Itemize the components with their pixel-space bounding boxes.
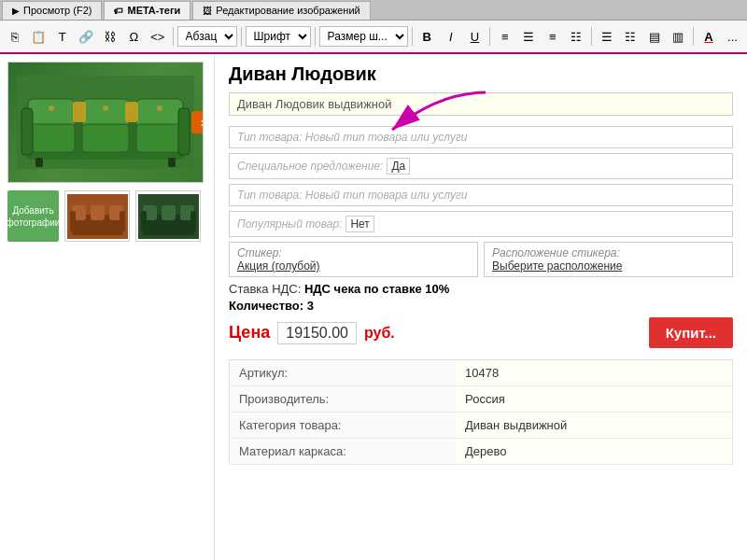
list4-btn[interactable]: ▥ — [668, 25, 690, 48]
attr-value[interactable]: 10478 — [456, 360, 732, 386]
sep4 — [412, 27, 413, 46]
main-product-image[interactable]: › — [7, 62, 204, 183]
buy-button[interactable]: Купит... — [649, 317, 733, 348]
bold-btn[interactable]: B — [416, 25, 439, 48]
svg-rect-5 — [28, 124, 75, 152]
sticker-value[interactable]: Акция (голубой) — [237, 259, 320, 273]
underline-btn[interactable]: U — [464, 25, 486, 48]
attr-value[interactable]: Диван выдвижной — [456, 413, 732, 439]
qty-value: 3 — [307, 299, 314, 313]
attributes-table: Артикул:10478Производитель:РоссияКатегор… — [229, 359, 733, 465]
special-offer-value[interactable]: Да — [387, 158, 410, 175]
size-select[interactable]: Размер ш... — [319, 26, 408, 47]
attr-label: Производитель: — [230, 386, 457, 413]
svg-rect-23 — [120, 211, 125, 231]
price-label: Цена — [229, 323, 270, 343]
vat-value: НДС чека по ставке 10% — [304, 282, 449, 296]
add-photo-button[interactable]: Добавить фотографии — [7, 190, 59, 242]
popular-value[interactable]: Нет — [345, 216, 374, 232]
svg-rect-27 — [162, 205, 176, 220]
sep2 — [241, 27, 242, 46]
table-row: Материал каркаса:Дерево — [230, 439, 733, 465]
attr-value[interactable]: Дерево — [456, 439, 732, 465]
align-center-btn[interactable]: ☰ — [518, 25, 541, 48]
sticker-pos-field[interactable]: Расположение стикера: Выберите расположе… — [484, 242, 733, 277]
main-area: › Добавить фотографии — [0, 54, 747, 560]
sticker-field[interactable]: Стикер: Акция (голубой) — [229, 242, 478, 277]
attr-label: Материал каркаса: — [230, 439, 457, 465]
special-offer-field: Специальное предложение: Да — [229, 153, 733, 179]
qty-label: Количество: — [229, 299, 303, 313]
nav-next-arrow[interactable]: › — [191, 111, 204, 133]
svg-rect-6 — [82, 124, 129, 152]
link2-btn[interactable]: ⛓ — [99, 25, 121, 48]
thumbnails-row: Добавить фотографии — [7, 190, 206, 242]
table-row: Артикул:10478 — [230, 360, 733, 386]
edit-images-icon: 🖼 — [203, 6, 212, 16]
svg-rect-29 — [141, 211, 147, 231]
svg-rect-9 — [178, 108, 190, 155]
more-btn[interactable]: ... — [722, 25, 744, 48]
sofa-green-svg — [17, 76, 194, 169]
color-btn[interactable]: A — [698, 25, 720, 48]
type-field-1: Тип товара: Новый тип товара или услуги — [229, 126, 733, 148]
list2-btn[interactable]: ☷ — [620, 25, 642, 48]
align-justify-btn[interactable]: ☷ — [566, 25, 588, 48]
popular-field: Популярный товар: Нет — [229, 211, 733, 237]
paste-btn[interactable]: 📋 — [28, 25, 50, 48]
attr-label: Категория товара: — [230, 413, 457, 439]
omega-btn[interactable]: Ω — [123, 25, 146, 48]
tab-bar: ▶ Просмотр (F2) 🏷 META-теги 🖼 Редактиров… — [0, 0, 747, 21]
link-btn[interactable]: 🔗 — [76, 25, 98, 48]
text-btn[interactable]: T — [51, 25, 74, 48]
tab-meta[interactable]: 🏷 META-теги — [104, 1, 190, 20]
table-row: Категория товара:Диван выдвижной — [230, 413, 733, 439]
thumb-sofa-dark-svg — [138, 194, 199, 239]
sep6 — [591, 27, 592, 46]
sticker-pos-value[interactable]: Выберите расположение — [492, 259, 622, 273]
align-right-btn[interactable]: ≡ — [542, 25, 564, 48]
code-btn[interactable]: <> — [147, 25, 169, 48]
right-panel: Диван Людовик Тип товара: Новый тип това… — [215, 54, 747, 560]
popular-input[interactable]: Популярный товар: Нет — [229, 211, 733, 237]
thumb-1[interactable] — [64, 190, 130, 242]
price-row: Цена 19150.00 руб. Купит... — [229, 317, 733, 348]
sticker-label: Стикер: — [237, 246, 470, 259]
price-value[interactable]: 19150.00 — [277, 322, 357, 344]
thumb-2[interactable] — [135, 190, 201, 242]
qty-row: Количество: 3 — [229, 299, 733, 313]
type-placeholder-2[interactable]: Тип товара: Новый тип товара или услуги — [229, 184, 733, 206]
italic-btn[interactable]: I — [440, 25, 462, 48]
type-field-2: Тип товара: Новый тип товара или услуги — [229, 184, 733, 206]
sep3 — [315, 27, 316, 46]
attr-value[interactable]: Россия — [456, 386, 732, 413]
svg-rect-13 — [125, 102, 138, 122]
vat-label: Ставка НДС: — [229, 282, 301, 296]
svg-rect-12 — [73, 102, 86, 122]
list-btn[interactable]: ☰ — [596, 25, 618, 48]
svg-point-15 — [103, 105, 108, 111]
toolbar: ⎘ 📋 T 🔗 ⛓ Ω <> Абзац Шрифт Размер ш... B… — [0, 21, 747, 54]
preview-icon: ▶ — [12, 6, 20, 16]
svg-point-14 — [49, 105, 54, 111]
meta-icon: 🏷 — [114, 6, 123, 16]
svg-point-16 — [157, 105, 162, 111]
type-placeholder-1[interactable]: Тип товара: Новый тип товара или услуги — [229, 126, 733, 148]
tab-edit-images[interactable]: 🖼 Редактирование изображений — [192, 1, 370, 20]
subtitle-field — [229, 92, 733, 121]
font-select[interactable]: Шрифт — [246, 26, 311, 47]
svg-rect-30 — [190, 211, 196, 231]
paragraph-select[interactable]: Абзац — [177, 26, 237, 47]
product-title: Диван Людовик — [229, 63, 733, 85]
svg-rect-20 — [91, 205, 105, 220]
copy-btn[interactable]: ⎘ — [4, 25, 26, 48]
sticker-row: Стикер: Акция (голубой) Расположение сти… — [229, 242, 733, 277]
subtitle-input[interactable] — [229, 92, 733, 116]
tab-preview[interactable]: ▶ Просмотр (F2) — [2, 1, 102, 20]
special-offer-input[interactable]: Специальное предложение: Да — [229, 153, 733, 179]
table-row: Производитель:Россия — [230, 386, 733, 413]
vat-row: Ставка НДС: НДС чека по ставке 10% — [229, 282, 733, 296]
align-left-btn[interactable]: ≡ — [494, 25, 516, 48]
svg-rect-7 — [136, 124, 183, 152]
list3-btn[interactable]: ▤ — [643, 25, 666, 48]
